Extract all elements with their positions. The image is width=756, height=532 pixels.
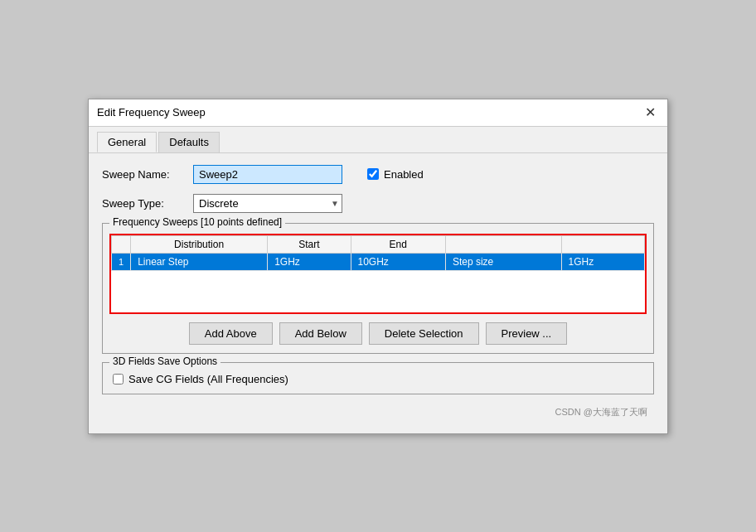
step-value-cell: 1GHz (561, 253, 644, 270)
fields-content: Save CG Fields (All Frequencies) (103, 370, 653, 394)
col-header-col5 (445, 235, 561, 253)
button-row: Add Above Add Below Delete Selection Pre… (103, 317, 653, 353)
tab-bar: General Defaults (89, 127, 667, 153)
col-header-start: Start (268, 235, 351, 253)
sweep-name-label: Sweep Name: (102, 168, 193, 181)
sweep-type-label: Sweep Type: (102, 197, 193, 210)
fields-section-legend: 3D Fields Save Options (109, 355, 220, 367)
sweep-name-input[interactable] (193, 165, 342, 184)
col-header-col6 (561, 235, 644, 253)
tab-defaults[interactable]: Defaults (158, 132, 220, 152)
tab-general[interactable]: General (97, 132, 157, 152)
sweep-type-dropdown-wrapper: Discrete Fast Interpolating ▼ (193, 194, 342, 213)
save-cg-row: Save CG Fields (All Frequencies) (113, 373, 643, 385)
col-header-distribution: Distribution (131, 235, 268, 253)
sweep-type-row: Sweep Type: Discrete Fast Interpolating … (102, 194, 654, 213)
save-cg-checkbox[interactable] (113, 374, 124, 384)
watermark: CSDN @大海蓝了天啊 (102, 403, 654, 422)
add-below-button[interactable]: Add Below (279, 322, 362, 345)
sweep-type-select[interactable]: Discrete Fast Interpolating (193, 194, 342, 213)
sweep-name-row: Sweep Name: Enabled (102, 165, 654, 184)
table-header-row: Distribution Start End (112, 235, 645, 253)
distribution-cell: Linear Step (131, 253, 268, 270)
dialog-content: Sweep Name: Enabled Sweep Type: Discrete… (89, 153, 667, 433)
start-cell: 1GHz (268, 253, 351, 270)
table-empty-area (111, 271, 645, 312)
edit-frequency-sweep-dialog: Edit Frequency Sweep ✕ General Defaults … (88, 99, 668, 434)
col-header-end: End (351, 235, 445, 253)
end-cell: 10GHz (351, 253, 445, 270)
enabled-group: Enabled (367, 168, 424, 181)
delete-selection-button[interactable]: Delete Selection (369, 322, 479, 345)
freq-sweeps-legend: Frequency Sweeps [10 points defined] (109, 216, 285, 228)
fields-section: 3D Fields Save Options Save CG Fields (A… (102, 362, 654, 394)
close-button[interactable]: ✕ (642, 106, 659, 119)
freq-sweeps-table-outer: Distribution Start End 1 Linear Step 1GH… (109, 234, 647, 314)
col-header-num (112, 235, 131, 253)
table-row[interactable]: 1 Linear Step 1GHz 10GHz Step size 1GHz (112, 253, 645, 270)
add-above-button[interactable]: Add Above (189, 322, 273, 345)
title-bar: Edit Frequency Sweep ✕ (89, 99, 667, 127)
freq-sweeps-section: Frequency Sweeps [10 points defined] Dis… (102, 223, 654, 354)
save-cg-label: Save CG Fields (All Frequencies) (128, 373, 288, 385)
freq-sweeps-table: Distribution Start End 1 Linear Step 1GH… (111, 235, 645, 271)
enabled-label: Enabled (384, 168, 424, 181)
enabled-checkbox[interactable] (367, 168, 379, 180)
step-type-cell: Step size (445, 253, 561, 270)
preview-button[interactable]: Preview ... (486, 322, 568, 345)
row-num-cell: 1 (112, 253, 131, 270)
dialog-title: Edit Frequency Sweep (97, 106, 206, 118)
